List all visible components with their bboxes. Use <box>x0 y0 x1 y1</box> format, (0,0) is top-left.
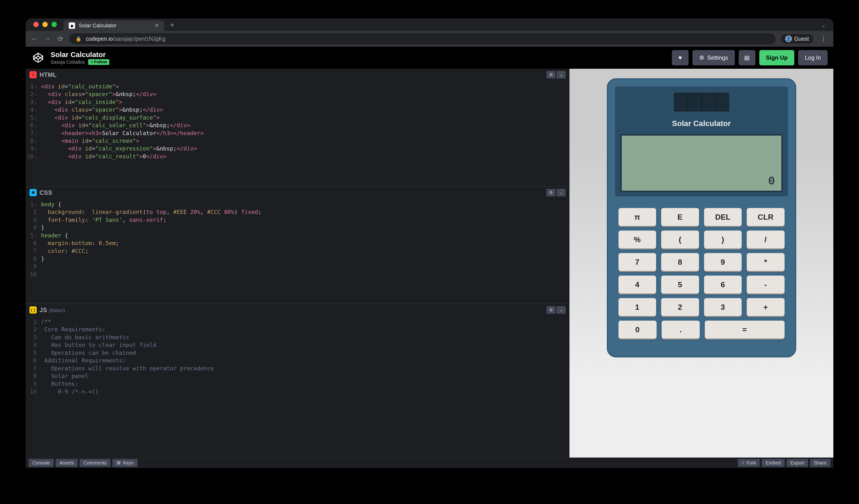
window-close-button[interactable] <box>33 22 39 27</box>
lock-icon: 🔒 <box>75 36 81 42</box>
js-chevron-down-icon[interactable]: ⌄ <box>557 306 566 314</box>
calc-0-button[interactable]: 0 <box>618 321 657 339</box>
follow-button[interactable]: + Follow <box>88 59 109 65</box>
html-gutter: 12345678910 <box>26 81 41 186</box>
html-panel: / HTML ⚙ ⌄ 12345678910 <div id="calc_out… <box>26 69 570 186</box>
fork-button[interactable]: ⑂Fork <box>738 459 760 467</box>
avatar-icon: 👤 <box>785 35 792 42</box>
html-settings-icon[interactable]: ⚙ <box>546 71 556 79</box>
layout-icon: ▤ <box>744 55 750 61</box>
share-button[interactable]: Share <box>810 459 830 467</box>
nav-back-icon[interactable]: ← <box>30 35 38 43</box>
fork-icon: ⑂ <box>741 460 744 466</box>
calc-percent-button[interactable]: % <box>618 230 657 249</box>
calculator-screen: 0 <box>620 134 783 192</box>
calc-minus-button[interactable]: - <box>747 275 785 294</box>
calc-4-button[interactable]: 4 <box>618 275 657 294</box>
signup-button[interactable]: Sign Up <box>759 50 795 65</box>
js-panel-label: JS (Babel) <box>40 307 65 314</box>
js-panel: ( ) JS (Babel) ⚙ ⌄ 12345678910 /** Core … <box>26 304 570 458</box>
calc-del-button[interactable]: DEL <box>704 208 742 226</box>
calc-8-button[interactable]: 8 <box>661 253 699 271</box>
css-code: body { background: linear-gradient(to to… <box>41 199 570 304</box>
calculator-result: 0 <box>768 175 775 188</box>
nav-forward-icon[interactable]: → <box>43 35 51 43</box>
new-tab-button[interactable]: + <box>170 20 175 29</box>
tabs-overflow-icon[interactable]: ⌄ <box>822 22 829 29</box>
window-maximize-button[interactable] <box>51 22 57 27</box>
codepen-logo-icon[interactable] <box>31 51 45 64</box>
html-badge-icon: / <box>29 71 37 78</box>
export-button[interactable]: Export <box>787 459 808 467</box>
css-panel: ✱ CSS ⚙ ⌄ 12345678910 body { background:… <box>26 186 570 304</box>
calc-lparen-button[interactable]: ( <box>661 230 699 249</box>
embed-button[interactable]: Embed <box>762 459 784 467</box>
window-minimize-button[interactable] <box>42 22 48 27</box>
calc-pi-button[interactable]: π <box>618 208 657 226</box>
calculator-keypad: π E DEL CLR % ( ) / 7 <box>615 208 788 349</box>
html-editor[interactable]: 12345678910 <div id="calc_outside"> <div… <box>26 81 570 186</box>
keys-button[interactable]: ⌘Keys <box>112 459 137 467</box>
html-code: <div id="calc_outside"> <div class="spac… <box>41 81 570 186</box>
calc-1-button[interactable]: 1 <box>618 298 657 316</box>
html-panel-label: HTML <box>40 71 57 78</box>
js-panel-header: ( ) JS (Babel) ⚙ ⌄ <box>26 304 570 316</box>
settings-button[interactable]: ⚙Settings <box>692 50 735 65</box>
profile-chip[interactable]: 👤 Guest <box>781 34 813 44</box>
pen-author[interactable]: Sassja Ceballos <box>50 59 85 65</box>
calc-clr-button[interactable]: CLR <box>747 208 785 226</box>
window-controls <box>33 22 57 27</box>
console-button[interactable]: Console <box>29 459 54 467</box>
calc-equals-button[interactable]: = <box>705 321 785 339</box>
assets-button[interactable]: Assets <box>56 459 78 467</box>
js-settings-icon[interactable]: ⚙ <box>546 306 556 314</box>
pen-title: Solar Calculator <box>50 50 109 59</box>
pen-meta: Solar Calculator Sassja Ceballos + Follo… <box>50 50 109 65</box>
browser-tabbar: ◆ Solar Calculator ✕ + ⌄ <box>26 18 833 31</box>
calc-5-button[interactable]: 5 <box>661 275 699 294</box>
login-button[interactable]: Log In <box>798 50 828 65</box>
calc-multiply-button[interactable]: * <box>747 253 785 271</box>
calc-plus-button[interactable]: + <box>747 298 785 316</box>
codepen-footer: Console Assets Comments ⌘Keys ⑂Fork Embe… <box>26 458 833 468</box>
tab-title: Solar Calculator <box>79 22 151 29</box>
gear-icon: ⚙ <box>699 55 704 61</box>
layout-button[interactable]: ▤ <box>739 50 755 65</box>
css-editor[interactable]: 12345678910 body { background: linear-gr… <box>26 199 570 304</box>
calc-e-button[interactable]: E <box>661 208 699 226</box>
calculator-display-surface: Solar Calculator 0 <box>615 87 788 196</box>
calc-7-button[interactable]: 7 <box>618 253 657 271</box>
calc-3-button[interactable]: 3 <box>704 298 742 316</box>
love-button[interactable]: ♥ <box>672 50 689 65</box>
css-chevron-down-icon[interactable]: ⌄ <box>557 189 566 196</box>
comments-button[interactable]: Comments <box>79 459 110 467</box>
calc-6-button[interactable]: 6 <box>704 275 742 294</box>
js-badge-icon: ( ) <box>29 306 37 314</box>
command-icon: ⌘ <box>116 460 121 466</box>
calc-2-button[interactable]: 2 <box>661 298 699 316</box>
url-field[interactable]: 🔒 codepen.io/sassjajc/pen/zNJgKg <box>69 33 775 44</box>
preview-pane: Solar Calculator 0 π E DEL CLR <box>570 69 833 458</box>
css-settings-icon[interactable]: ⚙ <box>546 189 556 196</box>
css-badge-icon: ✱ <box>29 189 37 196</box>
url-text: codepen.io/sassjajc/pen/zNJgKg <box>86 36 165 42</box>
nav-reload-icon[interactable]: ⟳ <box>56 35 64 43</box>
calc-dot-button[interactable]: . <box>662 321 700 339</box>
profile-label: Guest <box>794 36 809 42</box>
header-actions: ♥ ⚙Settings ▤ Sign Up Log In <box>672 50 828 65</box>
calc-rparen-button[interactable]: ) <box>704 230 742 249</box>
html-panel-header: / HTML ⚙ ⌄ <box>26 69 570 81</box>
calculator-title: Solar Calculator <box>620 119 783 128</box>
solar-cell-icon <box>674 93 729 111</box>
browser-window: ◆ Solar Calculator ✕ + ⌄ ← → ⟳ 🔒 codepen… <box>26 18 833 468</box>
browser-tab[interactable]: ◆ Solar Calculator ✕ <box>63 20 164 31</box>
calc-9-button[interactable]: 9 <box>704 253 742 271</box>
browser-menu-icon[interactable]: ⋮ <box>818 35 829 43</box>
css-gutter: 12345678910 <box>26 199 41 304</box>
js-code: /** Core Requirements: Can do basic arit… <box>41 316 570 458</box>
calc-divide-button[interactable]: / <box>747 230 785 249</box>
html-chevron-down-icon[interactable]: ⌄ <box>557 71 566 79</box>
tab-close-icon[interactable]: ✕ <box>155 22 159 29</box>
js-gutter: 12345678910 <box>26 316 41 458</box>
js-editor[interactable]: 12345678910 /** Core Requirements: Can d… <box>26 316 570 458</box>
